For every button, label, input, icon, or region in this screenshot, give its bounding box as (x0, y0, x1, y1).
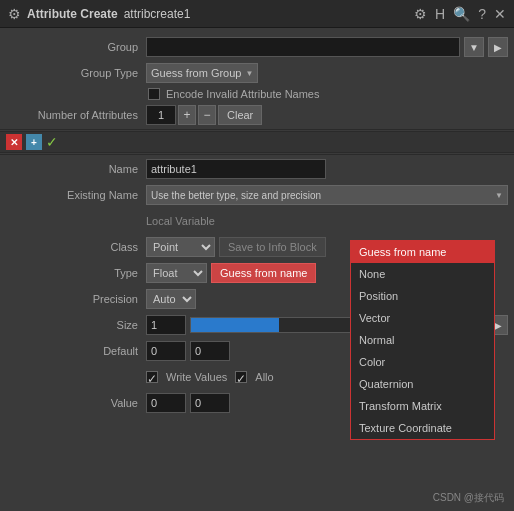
type-select[interactable]: Float Integer String (146, 263, 207, 283)
dropdown-item-quaternion[interactable]: Quaternion (351, 373, 494, 395)
app-icon: ⚙ (8, 6, 21, 22)
divider-1 (0, 129, 514, 130)
group-control: ▼ ▶ (146, 37, 508, 57)
local-variable-row: Local Variable (0, 208, 514, 234)
title-bar: ⚙ Attribute Create attribcreate1 ⚙ H 🔍 ?… (0, 0, 514, 28)
divider-2 (0, 154, 514, 155)
encode-invalid-row: Encode Invalid Attribute Names (0, 86, 514, 102)
size-input[interactable] (146, 315, 186, 335)
dropdown-item-color[interactable]: Color (351, 351, 494, 373)
help-h-btn[interactable]: H (435, 6, 445, 22)
default-input-2[interactable] (190, 341, 230, 361)
dropdown-item-transform-matrix[interactable]: Transform Matrix (351, 395, 494, 417)
existing-name-dropdown[interactable]: Use the better type, size and precision … (146, 185, 508, 205)
name-label: Name (6, 163, 146, 175)
group-type-label: Group Type (6, 67, 146, 79)
num-attr-input[interactable] (146, 105, 176, 125)
precision-select[interactable]: Auto 16bit 32bit 64bit (146, 289, 196, 309)
class-select[interactable]: Point Vertex Primitive Detail (146, 237, 215, 257)
allow-checkbox[interactable]: ✓ (235, 371, 247, 383)
value-input-2[interactable] (190, 393, 230, 413)
check-icon[interactable]: ✓ (46, 134, 58, 150)
attr-list-header: ✕ + ✓ (0, 131, 514, 153)
name-row: Name (0, 156, 514, 182)
clear-btn[interactable]: Clear (218, 105, 262, 125)
existing-name-label: Existing Name (6, 189, 146, 201)
encode-invalid-label: Encode Invalid Attribute Names (166, 88, 319, 100)
existing-name-control: Use the better type, size and precision … (146, 185, 508, 205)
group-type-control: Guess from Group ▼ (146, 63, 508, 83)
write-values-label: Write Values (166, 371, 227, 383)
add-attr-btn[interactable]: + (26, 134, 42, 150)
group-row: Group ▼ ▶ (0, 34, 514, 60)
encode-invalid-checkbox[interactable] (148, 88, 160, 100)
settings-btn[interactable]: ⚙ (414, 6, 427, 22)
write-values-checkbox[interactable]: ✓ (146, 371, 158, 383)
allow-label: Allo (255, 371, 273, 383)
dropdown-arrow-icon: ▼ (245, 69, 253, 78)
value-input-1[interactable] (146, 393, 186, 413)
credits: CSDN @接代码 (433, 491, 504, 505)
dropdown-item-position[interactable]: Position (351, 285, 494, 307)
type-label: Type (6, 267, 146, 279)
value-label: Value (6, 397, 146, 409)
dropdown-item-texture-coordinate[interactable]: Texture Coordinate (351, 417, 494, 439)
dropdown-item-guess-from-name[interactable]: Guess from name (351, 241, 494, 263)
num-attr-increment-btn[interactable]: + (178, 105, 196, 125)
default-input-1[interactable] (146, 341, 186, 361)
num-attr-decrement-btn[interactable]: − (198, 105, 216, 125)
group-type-row: Group Type Guess from Group ▼ (0, 60, 514, 86)
size-label: Size (6, 319, 146, 331)
local-variable-text: Local Variable (146, 215, 215, 227)
num-attr-row: Number of Attributes + − Clear (0, 102, 514, 128)
close-btn[interactable]: ✕ (494, 6, 506, 22)
title-bar-actions: ⚙ H 🔍 ? ✕ (414, 6, 506, 22)
precision-label: Precision (6, 293, 146, 305)
default-label: Default (6, 345, 146, 357)
remove-attr-btn[interactable]: ✕ (6, 134, 22, 150)
existing-name-value: Use the better type, size and precision (151, 190, 321, 201)
num-attr-control: + − Clear (146, 105, 262, 125)
help-btn[interactable]: ? (478, 6, 486, 22)
local-variable-control: Local Variable (146, 215, 508, 227)
group-input[interactable] (146, 37, 460, 57)
dropdown-item-vector[interactable]: Vector (351, 307, 494, 329)
dropdown-item-none[interactable]: None (351, 263, 494, 285)
guess-from-name-btn[interactable]: Guess from name (211, 263, 316, 283)
name-input[interactable] (146, 159, 326, 179)
group-type-value: Guess from Group (151, 67, 241, 79)
group-type-dropdown[interactable]: Guess from Group ▼ (146, 63, 258, 83)
group-arrow-btn[interactable]: ▶ (488, 37, 508, 57)
app-title: Attribute Create (27, 7, 118, 21)
group-dropdown-btn[interactable]: ▼ (464, 37, 484, 57)
dropdown-item-normal[interactable]: Normal (351, 329, 494, 351)
search-btn[interactable]: 🔍 (453, 6, 470, 22)
group-label: Group (6, 41, 146, 53)
existing-name-arrow-icon: ▼ (495, 191, 503, 200)
existing-name-row: Existing Name Use the better type, size … (0, 182, 514, 208)
num-attr-label: Number of Attributes (6, 109, 146, 121)
class-label: Class (6, 241, 146, 253)
save-to-info-block-btn[interactable]: Save to Info Block (219, 237, 326, 257)
node-name: attribcreate1 (124, 7, 191, 21)
type-dropdown-menu: Guess from name None Position Vector Nor… (350, 240, 495, 440)
name-control (146, 159, 508, 179)
